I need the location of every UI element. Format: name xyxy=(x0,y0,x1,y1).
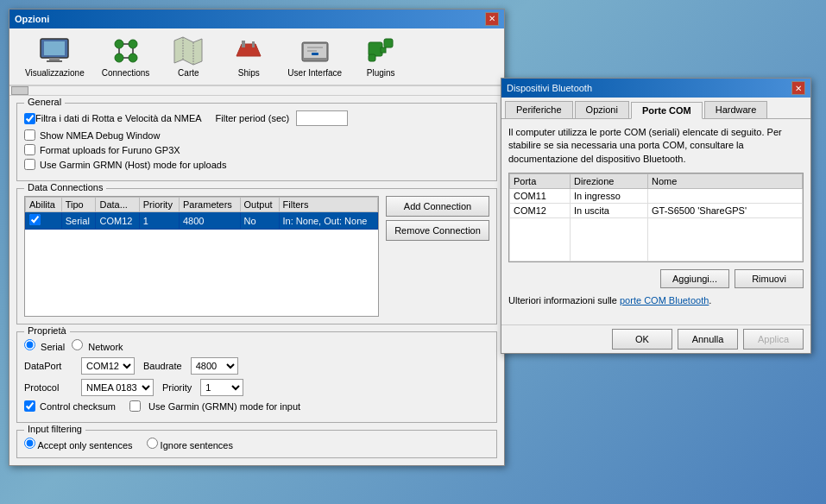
dataport-row: DataPort COM12 COM11 COM1 COM2 Baudrate … xyxy=(24,357,489,375)
baudrate-select[interactable]: 4800 9600 19200 38400 xyxy=(191,357,238,375)
bt-close-button[interactable]: ✕ xyxy=(791,81,805,95)
network-label: Network xyxy=(88,342,123,352)
cell-filters: In: None, Out: None xyxy=(279,212,377,230)
use-garmin-checkbox[interactable] xyxy=(24,159,35,170)
opzioni-titlebar: Opzioni ✕ xyxy=(9,9,504,28)
format-uploads-row: Format uploads for Furuno GP3X xyxy=(24,144,489,155)
bt-action-buttons: OK Annulla Applica xyxy=(501,324,810,353)
svg-rect-22 xyxy=(369,54,375,61)
cell-priority: 1 xyxy=(139,212,179,230)
bt-table: Porta Direzione Nome COM11 In ingresso C… xyxy=(509,173,803,261)
filter-period-input[interactable]: 1 xyxy=(296,110,348,126)
row-abilita-checkbox[interactable] xyxy=(29,214,41,225)
accept-radio[interactable] xyxy=(24,438,35,449)
network-radio[interactable] xyxy=(72,339,83,350)
bt-title: Dispositivi Bluetooth xyxy=(507,83,592,93)
bt-info-prefix: Ulteriori informazioni sulle xyxy=(508,295,620,306)
cell-abilita xyxy=(26,212,62,230)
checksum-row: Control checksum Use Garmin (GRMN) mode … xyxy=(24,400,489,412)
col-output: Output xyxy=(240,198,279,212)
protocol-select[interactable]: NMEA 0183 NMEA 2000 xyxy=(81,379,154,396)
protocol-label: Protocol xyxy=(24,382,76,393)
bt-col-direzione: Direzione xyxy=(571,174,648,189)
filter-row: Filtra i dati di Rotta e Velocità da NME… xyxy=(24,110,489,126)
svg-rect-23 xyxy=(384,39,393,47)
rimuovi-button[interactable]: Rimuovi xyxy=(735,269,804,288)
table-row[interactable]: COM11 In ingresso xyxy=(510,189,803,204)
tab-porte-com[interactable]: Porte COM xyxy=(631,102,703,119)
baudrate-label: Baudrate xyxy=(143,361,182,371)
svg-rect-1 xyxy=(44,41,65,55)
bt-info-link[interactable]: porte COM Bluetooth xyxy=(620,295,709,306)
priority-select[interactable]: 1 2 3 xyxy=(200,379,243,396)
remove-connection-button[interactable]: Remove Connection xyxy=(386,220,489,241)
data-connections-group: Data Connections Abilita Tipo Data... Pr… xyxy=(16,188,497,324)
serial-network-row: Serial Network xyxy=(24,339,489,352)
add-connection-button[interactable]: Add Connection xyxy=(386,196,489,217)
toolbar-item-plugins[interactable]: Plugins xyxy=(350,32,411,81)
bt-info-suffix: . xyxy=(709,295,711,306)
show-nmea-checkbox[interactable] xyxy=(24,129,35,141)
dataport-select[interactable]: COM12 COM11 COM1 COM2 xyxy=(81,357,135,375)
plugins-icon xyxy=(365,35,396,66)
bt-col-porta: Porta xyxy=(510,174,571,189)
serial-radio[interactable] xyxy=(24,339,35,350)
toolbar-label-carte: Carte xyxy=(178,68,199,78)
applica-button[interactable]: Applica xyxy=(743,329,804,350)
svg-rect-13 xyxy=(242,41,245,47)
general-content: Filtra i dati di Rotta e Velocità da NME… xyxy=(24,110,489,170)
control-checksum-label: Control checksum xyxy=(40,401,116,412)
toolbar-item-visualizzazione[interactable]: Visualizzazione xyxy=(16,32,93,81)
col-tipo: Tipo xyxy=(61,198,96,212)
scroll-thumb[interactable] xyxy=(11,86,28,95)
col-priority: Priority xyxy=(139,198,179,212)
opzioni-toolbar: Visualizzazione Connections xyxy=(9,28,504,85)
svg-point-7 xyxy=(129,54,137,62)
priority-prop-label: Priority xyxy=(162,382,192,393)
show-nmea-label: Show NMEA Debug Window xyxy=(40,130,160,141)
col-abilita: Abilita xyxy=(26,198,62,212)
opzioni-close-button[interactable]: ✕ xyxy=(485,12,499,26)
ok-button[interactable]: OK xyxy=(612,329,672,350)
proprieta-title: Proprietà xyxy=(24,325,70,336)
carte-icon xyxy=(173,35,204,66)
use-garmin-input-checkbox[interactable] xyxy=(129,400,141,412)
toolbar-item-carte[interactable]: Carte xyxy=(158,32,218,81)
ignore-radio[interactable] xyxy=(147,438,158,449)
bt-cell-direzione-0: In ingresso xyxy=(571,189,648,204)
tab-hardware[interactable]: Hardware xyxy=(704,101,768,118)
tab-periferiche[interactable]: Periferiche xyxy=(505,101,573,118)
opzioni-title: Opzioni xyxy=(15,14,49,24)
svg-rect-14 xyxy=(252,41,255,47)
connections-table: Abilita Tipo Data... Priority Parameters… xyxy=(25,197,378,230)
proprieta-content: Serial Network DataPort COM12 COM11 COM1… xyxy=(24,339,489,412)
col-data: Data... xyxy=(96,198,139,212)
svg-point-4 xyxy=(115,40,123,48)
table-row[interactable] xyxy=(510,218,803,261)
tab-opzioni[interactable]: Opzioni xyxy=(575,101,629,118)
bt-cell-direzione-1: In uscita xyxy=(571,204,648,218)
format-uploads-checkbox[interactable] xyxy=(24,144,35,155)
monitor-icon xyxy=(39,35,70,66)
show-nmea-row: Show NMEA Debug Window xyxy=(24,129,489,141)
toolbar-scrollbar[interactable] xyxy=(9,85,504,96)
filter-option-row: Accept only sentences Ignore sentences xyxy=(24,438,489,450)
toolbar-item-userinterface[interactable]: User Interface xyxy=(279,32,350,81)
bt-content: Il computer utilizza le porte COM (seria… xyxy=(501,119,810,321)
cell-data: COM12 xyxy=(96,212,139,230)
aggiungi-button[interactable]: Aggiungi... xyxy=(660,269,729,288)
ignore-radio-label: Ignore sentences xyxy=(147,438,233,450)
bt-tabs: Periferiche Opzioni Porte COM Hardware xyxy=(501,98,810,119)
toolbar-item-connections[interactable]: Connections xyxy=(93,32,159,81)
bt-buttons-row: Aggiungi... Rimuovi xyxy=(508,269,804,288)
svg-marker-12 xyxy=(174,37,202,65)
bt-info-text: Ulteriori informazioni sulle porte COM B… xyxy=(508,295,804,306)
control-checksum-checkbox[interactable] xyxy=(24,400,35,412)
toolbar-item-ships[interactable]: Ships xyxy=(218,32,279,81)
bt-table-header: Porta Direzione Nome xyxy=(510,174,803,189)
table-row[interactable]: Serial COM12 1 4800 No In: None, Out: No… xyxy=(26,212,378,230)
proprieta-group: Proprietà Serial Network DataPort COM12 xyxy=(16,331,497,423)
annulla-button[interactable]: Annulla xyxy=(678,329,738,350)
filter-nmea-checkbox[interactable] xyxy=(24,113,35,124)
table-row[interactable]: COM12 In uscita GT-S6500 'ShareGPS' xyxy=(510,204,803,218)
